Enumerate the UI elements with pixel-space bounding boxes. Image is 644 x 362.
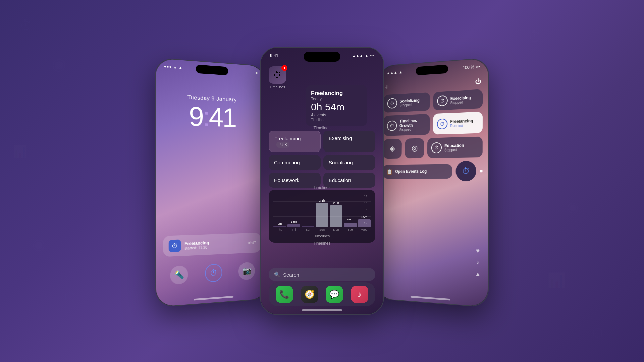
center-signal: ▲▲▲ ▲ ▪▪▪: [352, 54, 374, 58]
fw-title: Freelancing: [311, 90, 362, 97]
flashlight-button[interactable]: 🔦: [170, 265, 188, 285]
target-btn[interactable]: ◎: [405, 138, 424, 158]
cc-row-4: 📋 Open Events Log ⏱: [383, 161, 483, 181]
events-log-icon: 📋: [386, 169, 393, 175]
cc-dot: [480, 170, 482, 172]
lock-time: 9:41: [156, 101, 266, 132]
notification-icon: ⏱: [169, 239, 181, 252]
freelancing-widget[interactable]: Freelancing Today 0h 54m 4 events Timeli…: [306, 85, 367, 126]
socializing-text: Socializing Stopped: [400, 98, 420, 107]
open-events-btn[interactable]: 📋 Open Events Log: [383, 164, 452, 179]
chart-area: 0m Thu 18m Fri Sat: [273, 194, 371, 231]
fw-time: 0h 54m: [311, 101, 362, 113]
fw-today: Today: [311, 97, 362, 101]
search-bar[interactable]: 🔍 Search: [269, 268, 375, 281]
education-cc-btn[interactable]: ⏱ Education Stopped: [427, 136, 483, 158]
fw-footer: Timelines: [311, 118, 362, 122]
bar-sun: 3,1h Sun: [316, 199, 328, 231]
dynamic-island-right: [416, 65, 448, 75]
compass-dock-icon[interactable]: 🧭: [301, 286, 318, 303]
education-icon: ⏱: [431, 142, 442, 154]
timelines-label-1: Timelines: [261, 125, 383, 131]
grid-line-1h: [273, 224, 371, 224]
exercising-icon: ⏱: [437, 95, 448, 106]
activity-grid: Freelancing 7:58 Exercising Commuting So…: [269, 131, 375, 188]
cc-row-2: ⏱ Timelines Growth Stopped ⏱ Freelancing…: [383, 112, 483, 136]
timelines-growth-text: Timelines Growth Stopped: [399, 118, 426, 132]
bar-tue: 27m Tue: [344, 219, 357, 231]
right-signal-icons: ▲▲▲ ▲: [386, 70, 403, 75]
messages-dock-icon[interactable]: 💬: [326, 286, 343, 303]
exercising-text: Exercising Stopped: [450, 95, 471, 105]
bar-sat: Sat: [302, 225, 314, 231]
dock: 📞 🧭 💬 ♪: [269, 282, 375, 306]
chart-footer: Timelines: [273, 234, 371, 238]
timelines-growth-icon: ⏱: [387, 120, 397, 131]
grid-line-0h: [273, 231, 371, 231]
center-time: 9:41: [270, 53, 278, 58]
clock-cc-btn[interactable]: ⏱: [456, 161, 476, 181]
notification-content: Freelancing started: 11:30: [184, 239, 244, 250]
home-screen: 9:41 ▲▲▲ ▲ ▪▪▪ ⏱ 1 Timelines Freelan: [261, 48, 383, 314]
search-icon: 🔍: [274, 272, 280, 278]
add-button[interactable]: +: [385, 83, 389, 91]
camera-button[interactable]: 📷: [238, 262, 255, 280]
phone-left: ●●● ▲ ▲ ■ Tuesday 9 January 9:41 ⏱ Freel…: [155, 58, 268, 308]
music-dock-icon[interactable]: ♪: [351, 286, 368, 303]
timelines-app-icon[interactable]: ⏱ 1: [269, 66, 286, 84]
freelancing-cc-btn[interactable]: ⏱ Freelancing Running: [433, 112, 483, 135]
cc-row-1: ⏱ Socializing Stopped ⏱ Exercising Stopp…: [383, 89, 483, 113]
power-button[interactable]: ⏻: [475, 78, 481, 85]
chart-widget: 0m Thu 18m Fri Sat: [269, 190, 375, 243]
music-note-icon: ♪: [476, 259, 479, 266]
right-battery: 100 % ▪▪▪: [463, 64, 480, 70]
app-badge: 1: [281, 65, 287, 71]
freelancing-icon: ⏱: [437, 118, 448, 129]
home-indicator-center: [302, 309, 342, 311]
open-events-text: Open Events Log: [395, 169, 427, 174]
phones-container: ●●● ▲ ▲ ■ Tuesday 9 January 9:41 ⏱ Freel…: [156, 47, 488, 315]
grid-line-3h: [273, 209, 371, 209]
wifi-side-icon: ▲: [475, 270, 481, 278]
education-text: Education Stopped: [444, 143, 464, 152]
cc-row-3: ◈ ◎ ⏱ Education Stopped: [383, 136, 483, 159]
exercising-btn[interactable]: Exercising: [323, 131, 375, 152]
signal-indicator: ●●● ▲ ▲: [164, 64, 183, 70]
commuting-btn[interactable]: Commuting: [269, 155, 321, 170]
search-placeholder: Search: [283, 272, 299, 278]
home-indicator-right: [411, 296, 450, 301]
exercising-cc-btn[interactable]: ⏱ Exercising Stopped: [433, 89, 483, 110]
control-center-grid: ⏱ Socializing Stopped ⏱ Exercising Stopp…: [383, 89, 483, 185]
socializing-cc-btn[interactable]: ⏱ Socializing Stopped: [383, 92, 430, 113]
notification-time: 16:47: [247, 241, 256, 245]
control-center-screen: ▲▲▲ ▲ 100 % ▪▪▪ + ⏻ ⏱: [376, 58, 488, 307]
phone-center: 9:41 ▲▲▲ ▲ ▪▪▪ ⏱ 1 Timelines Freelan: [260, 47, 384, 315]
bar-fri: 18m Fri: [287, 220, 300, 231]
freelancing-time: 7:58: [276, 142, 289, 148]
grid-line-2h: [273, 216, 371, 217]
phone-right: ▲▲▲ ▲ 100 % ▪▪▪ + ⏻ ⏱: [376, 58, 489, 308]
gem-btn[interactable]: ◈: [383, 139, 402, 159]
fw-events: 4 events: [311, 113, 362, 117]
battery-indicator: ■: [256, 71, 258, 75]
freelancing-cc-text: Freelancing Running: [450, 118, 473, 128]
right-bottom-icons: ♥ ♪ ▲: [475, 247, 481, 278]
app-label: Timelines: [270, 85, 285, 89]
dynamic-island-left: [196, 65, 228, 75]
freelancing-notification[interactable]: ⏱ Freelancing started: 11:30 16:47: [163, 233, 261, 257]
socializing-icon: ⏱: [387, 98, 397, 109]
dynamic-island-center: [304, 52, 340, 62]
grid-line-4h: [273, 201, 371, 202]
socializing-btn[interactable]: Socializing: [323, 155, 375, 170]
heart-icon: ♥: [476, 247, 480, 255]
phone-dock-icon[interactable]: 📞: [276, 286, 293, 303]
home-indicator-left: [194, 296, 233, 301]
app-icon-row: ⏱ 1 Timelines Freelancing Today 0h 54m 4…: [269, 66, 375, 89]
timelines-label-3: Timelines: [261, 240, 383, 246]
timelines-growth-cc-btn[interactable]: ⏱ Timelines Growth Stopped: [383, 114, 430, 136]
freelancing-btn[interactable]: Freelancing 7:58: [269, 131, 321, 152]
timelines-clock-button[interactable]: ⏱: [205, 264, 222, 283]
lock-bottom-bar: 🔦 ⏱ 📷: [156, 261, 267, 285]
y-axis: 4h 3h 2h 1h 0h: [364, 194, 371, 225]
lock-screen: ●●● ▲ ▲ ■ Tuesday 9 January 9:41 ⏱ Freel…: [156, 58, 268, 307]
